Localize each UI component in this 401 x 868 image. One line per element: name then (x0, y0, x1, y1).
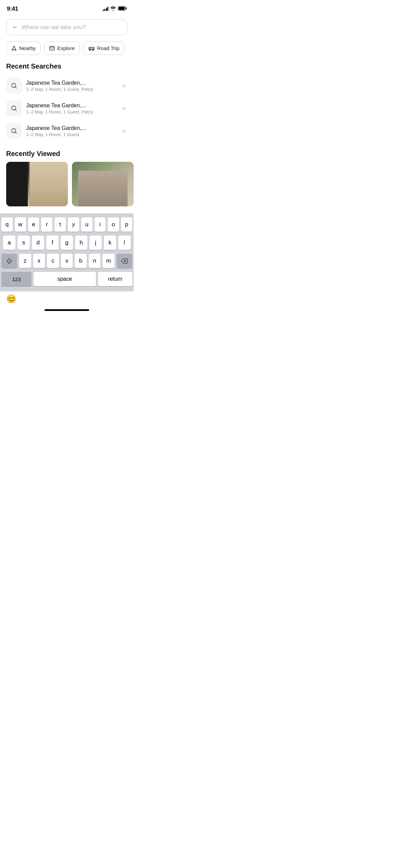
backspace-key[interactable] (117, 254, 132, 268)
home-bar (45, 309, 89, 311)
explore-button[interactable]: Explore (44, 41, 80, 55)
home-indicator (0, 306, 134, 313)
recently-viewed-cards (0, 162, 134, 206)
recent-searches-title: Recent Searches (0, 60, 134, 74)
recently-viewed-card[interactable] (6, 162, 68, 206)
key-a[interactable]: a (3, 236, 15, 250)
signal-icon (103, 7, 109, 11)
search-item-title: Japanese Tea Garden,... (26, 80, 116, 86)
search-item-subtitle: 1–2 May, 1 Room, 1 Guest, Pet(s) (26, 87, 116, 92)
key-h[interactable]: h (75, 236, 87, 250)
search-item-title: Japanese Tea Garden,... (26, 103, 116, 109)
numbers-key[interactable]: 123 (1, 272, 32, 286)
list-item[interactable]: Japanese Tea Garden,... 1–2 May, 1 Room,… (0, 97, 134, 120)
recent-searches-section: Recent Searches Japanese Tea Garden,... … (0, 60, 134, 142)
key-u[interactable]: u (81, 217, 93, 232)
wifi-icon (110, 6, 116, 12)
list-item[interactable]: Japanese Tea Garden,... 1–2 May, 1 Room,… (0, 74, 134, 97)
shift-key[interactable] (1, 254, 17, 268)
search-item-text: Japanese Tea Garden,... 1–2 May, 1 Room,… (26, 103, 116, 114)
status-bar: 9:41 (0, 0, 134, 15)
road-trip-button[interactable]: Road Trip (83, 41, 124, 55)
keyboard-row-4: 123 space return (1, 272, 132, 286)
quick-actions: Nearby Explore Road Trip (0, 39, 134, 60)
search-item-subtitle: 1–2 May, 1 Room, 1 Guest (26, 132, 116, 137)
status-icons (103, 6, 127, 12)
key-j[interactable]: j (89, 236, 102, 250)
key-x[interactable]: x (33, 254, 45, 268)
recently-viewed-card[interactable] (72, 162, 134, 206)
search-bar[interactable]: ← Where can we take you? (6, 19, 127, 35)
key-g[interactable]: g (61, 236, 73, 250)
key-f[interactable]: f (46, 236, 59, 250)
search-icon (11, 105, 17, 112)
road-trip-icon (88, 46, 95, 51)
search-icon (11, 128, 17, 134)
space-key[interactable]: space (34, 272, 96, 286)
key-z[interactable]: z (19, 254, 31, 268)
nearby-button[interactable]: Nearby (6, 41, 41, 55)
key-r[interactable]: r (41, 217, 52, 232)
key-t[interactable]: t (54, 217, 66, 232)
key-n[interactable]: n (89, 254, 101, 268)
list-item[interactable]: Japanese Tea Garden,... 1–2 May, 1 Room,… (0, 120, 134, 142)
key-i[interactable]: i (95, 217, 106, 232)
search-container: ← Where can we take you? (0, 15, 134, 39)
nearby-icon (11, 46, 17, 51)
explore-icon (49, 46, 55, 51)
key-d[interactable]: d (32, 236, 44, 250)
key-q[interactable]: q (1, 217, 13, 232)
svg-rect-2 (119, 7, 125, 10)
key-c[interactable]: c (47, 254, 59, 268)
keyboard-row-1: q w e r t y u i o p (1, 217, 132, 232)
search-item-icon-box (6, 100, 22, 116)
search-icon (11, 82, 17, 89)
svg-rect-1 (126, 8, 127, 10)
key-e[interactable]: e (28, 217, 39, 232)
keyboard-row-3: z x c v b n m (1, 254, 132, 268)
search-item-text: Japanese Tea Garden,... 1–2 May, 1 Room,… (26, 80, 116, 92)
key-w[interactable]: w (15, 217, 26, 232)
return-key[interactable]: return (98, 272, 132, 286)
battery-icon (118, 6, 127, 12)
close-icon[interactable]: ✕ (120, 126, 127, 136)
shift-icon (6, 258, 12, 264)
key-o[interactable]: o (108, 217, 119, 232)
search-item-icon-box (6, 78, 22, 94)
key-k[interactable]: k (104, 236, 116, 250)
keyboard: q w e r t y u i o p a s d f g h j k l z … (0, 213, 134, 291)
recently-viewed-section: Recently Viewed (0, 148, 134, 206)
close-icon[interactable]: ✕ (120, 81, 127, 91)
close-icon[interactable]: ✕ (120, 104, 127, 113)
keyboard-row-2: a s d f g h j k l (1, 236, 132, 250)
key-m[interactable]: m (102, 254, 114, 268)
key-l[interactable]: l (118, 236, 131, 250)
emoji-button[interactable]: 😊 (6, 294, 16, 304)
search-item-icon-box (6, 123, 22, 139)
search-input[interactable]: Where can we take you? (22, 24, 86, 31)
key-v[interactable]: v (61, 254, 73, 268)
back-arrow-icon[interactable]: ← (12, 24, 18, 31)
backspace-icon (121, 258, 128, 264)
recently-viewed-title: Recently Viewed (0, 148, 134, 162)
search-item-title: Japanese Tea Garden,... (26, 125, 116, 131)
svg-rect-3 (50, 47, 54, 50)
keyboard-accessory: 😊 (0, 291, 134, 306)
search-item-text: Japanese Tea Garden,... 1–2 May, 1 Room,… (26, 125, 116, 137)
status-time: 9:41 (7, 5, 18, 12)
key-p[interactable]: p (121, 217, 132, 232)
key-b[interactable]: b (75, 254, 87, 268)
key-s[interactable]: s (17, 236, 30, 250)
search-item-subtitle: 1–2 May, 1 Room, 1 Guest, Pet(s) (26, 109, 116, 114)
key-y[interactable]: y (68, 217, 79, 232)
